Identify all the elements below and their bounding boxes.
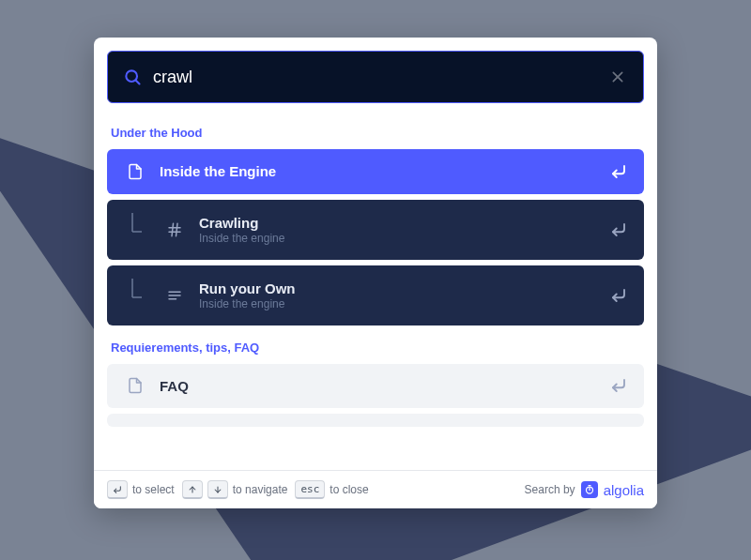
enter-icon — [610, 377, 627, 394]
page-icon — [124, 377, 146, 394]
footer-navigate-label: to navigate — [233, 483, 288, 496]
result-item[interactable]: Run your OwnInside the engine — [107, 265, 644, 325]
search-bar-wrap — [94, 38, 657, 116]
svg-line-10 — [176, 223, 178, 236]
result-item[interactable]: FAQ — [107, 364, 644, 409]
powered-by-label: Search by — [525, 483, 575, 496]
search-input[interactable] — [153, 68, 596, 87]
powered-by[interactable]: Search by algolia — [525, 481, 644, 498]
search-modal: Under the HoodInside the EngineCrawlingI… — [94, 38, 657, 508]
esc-key: esc — [295, 480, 325, 499]
svg-line-2 — [136, 81, 140, 84]
result-text: FAQ — [160, 377, 597, 396]
result-text: Inside the Engine — [160, 162, 597, 181]
search-bar — [107, 51, 644, 103]
section-title: Under the Hood — [107, 116, 644, 149]
result-title: Inside the Engine — [160, 162, 597, 181]
footer-select-label: to select — [132, 483, 175, 496]
algolia-logo-icon — [581, 481, 598, 498]
algolia-name: algolia — [604, 482, 644, 498]
enter-icon — [610, 287, 627, 304]
result-subtitle: Inside the engine — [199, 232, 597, 245]
enter-key-icon — [107, 480, 128, 499]
result-title: FAQ — [160, 377, 597, 396]
enter-icon — [610, 163, 627, 180]
result-title: Run your Own — [199, 280, 597, 298]
footer: to select to navigate esc to close Searc… — [94, 470, 657, 508]
tree-indent-icon — [124, 279, 150, 312]
results-list[interactable]: Under the HoodInside the EngineCrawlingI… — [94, 116, 657, 470]
result-item[interactable]: CrawlingInside the engine — [107, 200, 644, 260]
result-text: Run your OwnInside the engine — [199, 280, 597, 311]
section-title: Requierements, tips, FAQ — [107, 331, 644, 364]
footer-hint-close: esc to close — [295, 480, 368, 499]
clear-button[interactable] — [607, 67, 628, 87]
arrow-down-key-icon — [207, 480, 228, 499]
hash-icon — [163, 221, 186, 238]
tree-indent-icon — [124, 213, 150, 247]
svg-line-9 — [172, 223, 174, 236]
page-icon — [124, 163, 146, 180]
arrow-up-key-icon — [182, 480, 203, 499]
footer-close-label: to close — [330, 483, 368, 496]
lines-icon — [163, 287, 186, 304]
footer-hint-select: to select — [107, 480, 175, 499]
result-text: CrawlingInside the engine — [199, 214, 597, 246]
close-icon — [610, 69, 625, 84]
result-item[interactable]: Inside the Engine — [107, 149, 644, 194]
result-title: Crawling — [199, 214, 597, 233]
result-subtitle: Inside the engine — [199, 297, 597, 310]
footer-hint-navigate: to navigate — [182, 480, 288, 499]
enter-icon — [610, 221, 627, 238]
result-item[interactable] — [107, 414, 644, 427]
search-icon — [123, 68, 142, 86]
